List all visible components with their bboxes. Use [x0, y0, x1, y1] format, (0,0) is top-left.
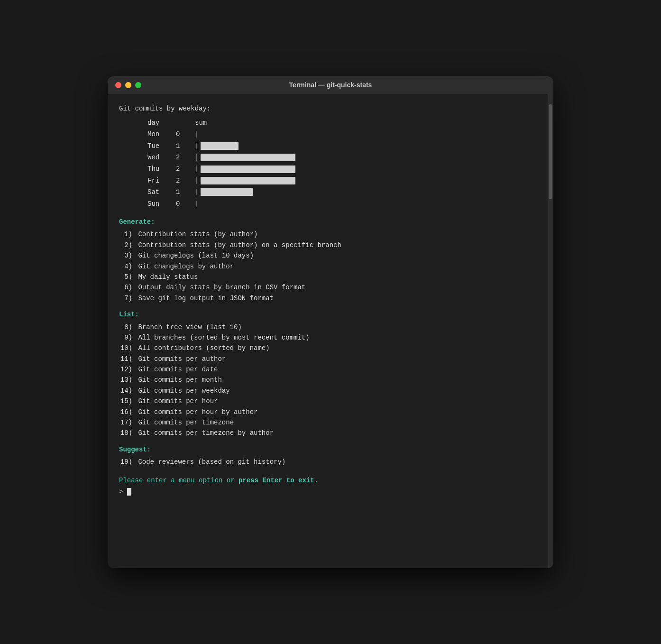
menu-num: 11): [119, 354, 132, 364]
menu-item: 9) All branches (sorted by most recent c…: [119, 332, 542, 343]
chart-bar-col: |: [195, 199, 201, 209]
generate-section: Generate: 1) Contribution stats (by auth…: [119, 217, 542, 304]
chart-bar-col: |: [195, 141, 239, 151]
chart-row: Tue1|: [147, 141, 542, 151]
chart-sum: 0: [176, 129, 195, 139]
cursor-prompt-symbol: >: [119, 488, 127, 496]
menu-item: 10) All contributors (sorted by name): [119, 343, 542, 353]
menu-item: 15) Git commits per hour: [119, 396, 542, 406]
menu-num: 5): [119, 272, 132, 282]
generate-items: 1) Contribution stats (by author)2) Cont…: [119, 229, 542, 304]
menu-item: 1) Contribution stats (by author): [119, 229, 542, 239]
bar-separator: |: [195, 175, 199, 186]
bar: [201, 154, 295, 161]
bar-separator: |: [195, 164, 199, 174]
traffic-lights: [115, 82, 141, 88]
maximize-button[interactable]: [135, 82, 141, 88]
chart-row: Sat1|: [147, 187, 542, 197]
chart-bar-col: |: [195, 187, 253, 197]
chart-rows: Mon0|Tue1|Wed2|Thu2|Fri2|Sat1|Sun0|: [147, 129, 542, 209]
menu-item: 14) Git commits per weekday: [119, 386, 542, 396]
chart-sum: 2: [176, 164, 195, 174]
menu-num: 19): [119, 457, 132, 467]
menu-num: 1): [119, 229, 132, 239]
menu-item: 13) Git commits per month: [119, 375, 542, 385]
menu-num: 17): [119, 417, 132, 428]
section-header: Git commits by weekday:: [119, 103, 542, 114]
chart-sum: 0: [176, 199, 195, 209]
chart-row: Wed2|: [147, 152, 542, 163]
menu-item: 16) Git commits per hour by author: [119, 407, 542, 417]
chart-row: Mon0|: [147, 129, 542, 139]
chart-sum: 2: [176, 152, 195, 163]
menu-item: 3) Git changelogs (last 10 days): [119, 250, 542, 261]
menu-item: 6) Output daily stats by branch in CSV f…: [119, 282, 542, 293]
bar-separator: |: [195, 129, 199, 139]
prompt-text-bold: press Enter to exit.: [239, 477, 318, 484]
prompt-line: Please enter a menu option or press Ente…: [119, 475, 542, 486]
chart-header: day sum: [147, 118, 542, 128]
menu-num: 7): [119, 293, 132, 304]
minimize-button[interactable]: [125, 82, 131, 88]
chart-day: Wed: [147, 152, 176, 163]
suggest-label: Suggest:: [119, 444, 542, 455]
close-button[interactable]: [115, 82, 121, 88]
window-title: Terminal — git-quick-stats: [289, 81, 372, 89]
chart-row: Sun0|: [147, 199, 542, 209]
menu-item: 8) Branch tree view (last 10): [119, 322, 542, 332]
chart-sum: 1: [176, 187, 195, 197]
chart-sum: 2: [176, 175, 195, 186]
bar-separator: |: [195, 187, 199, 197]
chart-bar-col: |: [195, 152, 295, 163]
bar-separator: |: [195, 199, 199, 209]
terminal-cursor: [127, 488, 131, 496]
chart-day: Mon: [147, 129, 176, 139]
chart-day: Thu: [147, 164, 176, 174]
menu-num: 6): [119, 282, 132, 293]
menu-item: 5) My daily status: [119, 272, 542, 282]
chart-bar-col: |: [195, 175, 295, 186]
menu-num: 16): [119, 407, 132, 417]
scrollbar-thumb: [549, 104, 552, 199]
menu-num: 18): [119, 428, 132, 438]
bar: [201, 177, 295, 184]
chart-day: Tue: [147, 141, 176, 151]
chart-sum: 1: [176, 141, 195, 151]
menu-item: 12) Git commits per date: [119, 364, 542, 375]
commits-by-weekday-section: Git commits by weekday: day sum Mon0|Tue…: [119, 103, 542, 210]
cursor-line: >: [119, 487, 542, 497]
bar: [201, 142, 239, 150]
menu-item: 19) Code reviewers (based on git history…: [119, 457, 542, 467]
menu-num: 14): [119, 386, 132, 396]
suggest-section: Suggest: 19) Code reviewers (based on gi…: [119, 444, 542, 468]
list-items: 8) Branch tree view (last 10)9) All bran…: [119, 322, 542, 439]
bar: [201, 188, 253, 196]
chart-table: day sum Mon0|Tue1|Wed2|Thu2|Fri2|Sat1|Su…: [147, 118, 542, 209]
menu-num: 13): [119, 375, 132, 385]
terminal-window: Terminal — git-quick-stats Git commits b…: [108, 76, 553, 568]
list-section: List: 8) Branch tree view (last 10)9) Al…: [119, 309, 542, 439]
bar-separator: |: [195, 141, 199, 151]
menu-item: 2) Contribution stats (by author) on a s…: [119, 240, 542, 250]
menu-num: 3): [119, 250, 132, 261]
menu-item: 18) Git commits per timezone by author: [119, 428, 542, 438]
chart-day: Sun: [147, 199, 176, 209]
menu-num: 10): [119, 343, 132, 353]
generate-label: Generate:: [119, 217, 542, 227]
menu-num: 9): [119, 332, 132, 343]
list-label: List:: [119, 309, 542, 320]
bar-separator: |: [195, 152, 199, 163]
chart-bar-col: |: [195, 129, 201, 139]
menu-item: 4) Git changelogs by author: [119, 261, 542, 272]
menu-item: 17) Git commits per timezone: [119, 417, 542, 428]
chart-bar-col: |: [195, 164, 295, 174]
bar: [201, 166, 295, 173]
chart-row: Thu2|: [147, 164, 542, 174]
menu-num: 2): [119, 240, 132, 250]
menu-item: 11) Git commits per author: [119, 354, 542, 364]
chart-day: Fri: [147, 175, 176, 186]
menu-num: 4): [119, 261, 132, 272]
scrollbar[interactable]: [548, 94, 553, 568]
menu-num: 15): [119, 396, 132, 406]
titlebar: Terminal — git-quick-stats: [108, 76, 553, 94]
